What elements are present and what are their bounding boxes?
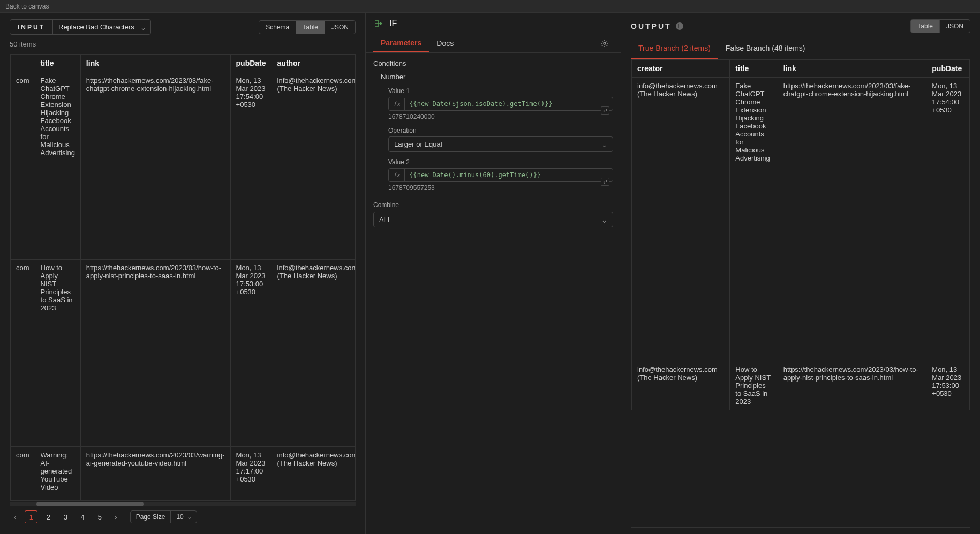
back-to-canvas[interactable]: Back to canvas: [5, 3, 49, 10]
value1-expr: {{new Date($json.isoDate).getTime()}}: [405, 97, 613, 110]
tab-false-branch[interactable]: False Branch (48 items): [718, 39, 813, 59]
combine-label: Combine: [373, 201, 613, 209]
table-row[interactable]: com How to Apply NIST Principles to SaaS…: [11, 260, 356, 447]
json-button[interactable]: JSON: [325, 21, 355, 34]
tab-docs[interactable]: Docs: [429, 35, 461, 52]
table-row: info@thehackernews.com (The Hacker News)…: [632, 361, 970, 410]
output-badge: OUTPUT i: [631, 22, 683, 30]
schema-button[interactable]: Schema: [259, 21, 296, 34]
main-layout: INPUT Replace Bad Characters ⌄ Schema Ta…: [0, 13, 980, 534]
input-badge: INPUT: [10, 20, 53, 34]
table-header-row: creator title link pubDate: [632, 60, 970, 78]
output-table-scroll[interactable]: creator title link pubDate info@thehacke…: [631, 59, 970, 527]
cell-pubdate: Mon, 13 Mar 2023 17:53:00 +0530: [926, 361, 970, 410]
input-node-selector[interactable]: INPUT Replace Bad Characters ⌄: [10, 19, 151, 35]
page-prev[interactable]: ‹: [10, 511, 20, 523]
value2-expr: {{new Date().minus(60).getTime()}}: [405, 169, 613, 181]
col-link: link: [778, 60, 926, 78]
params-body: Conditions Number Value 1 fx {{new Date(…: [366, 53, 621, 234]
page-next[interactable]: ›: [110, 511, 121, 523]
cell-link: https://thehackernews.com/2023/03/warnin…: [80, 447, 230, 501]
cell-link: https://thehackernews.com/2023/03/how-to…: [778, 361, 926, 410]
chevron-down-icon: ⌄: [140, 23, 146, 31]
gear-icon[interactable]: [596, 35, 613, 52]
if-node-icon: [373, 18, 384, 29]
col-title: title: [730, 60, 778, 78]
cell-author: info@thehackernews.com (The Hacker News): [272, 260, 355, 447]
chevron-down-icon: ⌄: [601, 140, 607, 148]
cell-pre: com: [11, 72, 35, 260]
tab-parameters[interactable]: Parameters: [373, 34, 429, 52]
cell-creator: info@thehackernews.com (The Hacker News): [632, 361, 730, 410]
hscrollbar[interactable]: [10, 502, 356, 506]
cell-pubdate: Mon, 13 Mar 2023 17:17:00 +0530: [230, 447, 272, 501]
page-5[interactable]: 5: [93, 510, 106, 523]
page-3[interactable]: 3: [59, 510, 72, 523]
cell-title: Fake ChatGPT Chrome Extension Hijacking …: [35, 72, 80, 260]
cell-link: https://thehackernews.com/2023/03/fake-c…: [778, 78, 926, 361]
output-panel: OUTPUT i Table JSON True Branch (2 items…: [621, 13, 980, 534]
table-button[interactable]: Table: [296, 21, 325, 34]
input-header: INPUT Replace Bad Characters ⌄ Schema Ta…: [10, 19, 356, 35]
cell-title: How to Apply NIST Principles to SaaS in …: [730, 361, 778, 410]
table-row[interactable]: com Fake ChatGPT Chrome Extension Hijack…: [11, 72, 356, 260]
output-view-toggle: Table JSON: [910, 19, 970, 33]
fx-prefix: fx: [389, 98, 405, 110]
input-table-scroll[interactable]: title link pubDate author com Fake ChatG…: [10, 54, 355, 500]
cell-author: info@thehackernews.com (The Hacker News): [272, 447, 355, 501]
col-creator: creator: [632, 60, 730, 78]
page-size-value: 10 ⌄: [171, 511, 196, 523]
cell-author: info@thehackernews.com (The Hacker News): [272, 72, 355, 260]
page-1[interactable]: 1: [25, 510, 37, 523]
value1-input[interactable]: fx {{new Date($json.isoDate).getTime()}}…: [388, 97, 613, 111]
expr-toggle-icon[interactable]: ⇄: [601, 106, 609, 115]
input-panel: INPUT Replace Bad Characters ⌄ Schema Ta…: [0, 13, 365, 534]
node-header: IF: [366, 13, 621, 34]
svg-point-0: [604, 42, 606, 44]
value1-result: 1678710240000: [373, 111, 613, 120]
col-pubdate: pubDate: [230, 55, 272, 72]
expr-toggle-icon[interactable]: ⇄: [601, 178, 609, 186]
number-label: Number: [373, 73, 613, 81]
page-size-label: Page Size: [131, 511, 171, 523]
node-title: IF: [389, 19, 397, 28]
json-button[interactable]: JSON: [940, 20, 970, 33]
value2-input[interactable]: fx {{new Date().minus(60).getTime()}} ⇄: [388, 168, 613, 182]
tab-true-branch[interactable]: True Branch (2 items): [631, 39, 718, 59]
value2-label: Value 2: [373, 158, 613, 166]
top-bar: Back to canvas: [0, 0, 980, 13]
col-pre: [11, 55, 35, 72]
operation-label: Operation: [373, 127, 613, 134]
table-button[interactable]: Table: [911, 20, 940, 33]
table-row[interactable]: info@thehackernews.com (The Hacker News)…: [632, 78, 970, 361]
value2-result: 1678709557253: [373, 182, 613, 192]
table-header-row: title link pubDate author: [11, 55, 356, 72]
fx-prefix: fx: [389, 169, 405, 181]
output-header: OUTPUT i Table JSON: [631, 19, 970, 33]
center-panel: IF Parameters Docs Conditions Number Val…: [365, 13, 621, 534]
branch-tabs: True Branch (2 items) False Branch (48 i…: [631, 39, 970, 59]
cell-pubdate: Mon, 13 Mar 2023 17:53:00 +0530: [230, 260, 272, 447]
chevron-down-icon: ⌄: [601, 216, 607, 224]
value1-label: Value 1: [373, 87, 613, 95]
cell-pubdate: Mon, 13 Mar 2023 17:54:00 +0530: [230, 72, 272, 260]
cell-title: Warning: AI-generated YouTube Video: [35, 447, 80, 501]
cell-pubdate: Mon, 13 Mar 2023 17:54:00 +0530: [926, 78, 970, 361]
table-row[interactable]: com Warning: AI-generated YouTube Video …: [11, 447, 356, 501]
hscrollbar-thumb[interactable]: [36, 502, 144, 506]
node-tabs: Parameters Docs: [366, 34, 621, 53]
page-4[interactable]: 4: [76, 510, 89, 523]
operation-select[interactable]: Larger or Equal ⌄: [388, 136, 613, 152]
col-link: link: [80, 55, 230, 72]
input-items-count: 50 items: [10, 40, 356, 48]
input-view-toggle: Schema Table JSON: [259, 20, 356, 34]
page-2[interactable]: 2: [42, 510, 55, 523]
col-author: author: [272, 55, 355, 72]
cell-pre: com: [11, 447, 35, 501]
info-icon[interactable]: i: [676, 22, 683, 30]
cell-pre: com: [11, 260, 35, 447]
chevron-down-icon: ⌄: [187, 513, 192, 521]
cell-link: https://thehackernews.com/2023/03/fake-c…: [80, 72, 230, 260]
combine-select[interactable]: ALL ⌄: [373, 212, 613, 227]
page-size-selector[interactable]: Page Size 10 ⌄: [130, 510, 197, 523]
